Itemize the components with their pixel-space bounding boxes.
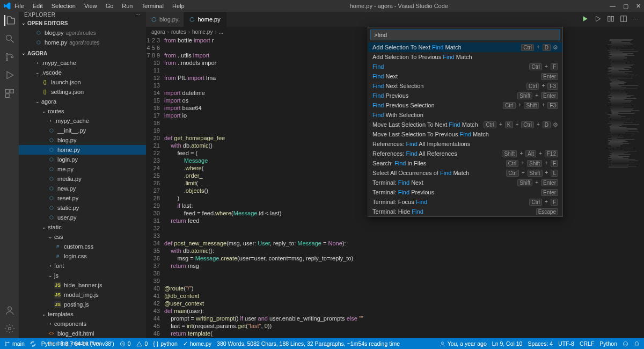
svg-point-3 xyxy=(11,56,13,57)
folder-item[interactable]: ⌄templates xyxy=(19,309,146,319)
folder-item[interactable]: ⌄agora xyxy=(19,97,146,106)
file-item[interactable]: JShide_banner.js xyxy=(19,280,146,290)
command-palette-item[interactable]: Find NextEnter xyxy=(368,71,562,81)
feedback-icon[interactable] xyxy=(623,341,628,347)
folder-item[interactable]: ›.mypy_cache xyxy=(19,58,146,68)
git-branch[interactable]: main xyxy=(4,340,25,347)
open-editor-item[interactable]: ⬡blog.pyagora\routes xyxy=(19,28,146,38)
close-button[interactable]: ✕ xyxy=(636,3,641,10)
command-palette-item[interactable]: Terminal: Hide FindEscape xyxy=(368,207,562,216)
settings-gear-icon[interactable] xyxy=(4,323,15,334)
file-item[interactable]: #custom.css xyxy=(19,242,146,251)
command-palette-item[interactable]: Add Selection To Next Find MatchCtrl+D⚙ xyxy=(368,42,562,52)
language-mode[interactable]: Python xyxy=(599,340,617,347)
command-palette-item[interactable]: Find With Selection xyxy=(368,110,562,120)
source-control-icon[interactable] xyxy=(4,52,15,62)
run-debug-small-icon[interactable] xyxy=(594,15,602,24)
command-palette-item[interactable]: Add Selection To Previous Find Match xyxy=(368,52,562,62)
open-editor-item[interactable]: ⬡home.pyagora\routes xyxy=(19,38,146,47)
more-actions-icon[interactable]: ⋯ xyxy=(633,16,639,23)
word-count[interactable]: 380 Words, 5082 Chars, 188 Lines, 32 Par… xyxy=(217,340,400,347)
file-item[interactable]: ⬡reset.py xyxy=(19,193,146,203)
cursor-position[interactable]: Ln 9, Col 10 xyxy=(492,340,523,347)
menu-go[interactable]: Go xyxy=(102,2,118,10)
split-editor-icon[interactable] xyxy=(620,15,627,24)
command-palette-item[interactable]: Find Next SelectionCtrl+F3 xyxy=(368,81,562,91)
command-palette-item[interactable]: Select All Occurrences of Find MatchCtrl… xyxy=(368,168,562,178)
file-item[interactable]: ⬡me.py xyxy=(19,164,146,174)
command-palette-item[interactable]: References: Find All Implementations xyxy=(368,139,562,149)
sync-button[interactable] xyxy=(30,341,36,347)
gear-icon[interactable]: ⚙ xyxy=(553,44,558,51)
command-palette-item[interactable]: Terminal: Find PreviousEnter xyxy=(368,187,562,197)
file-item[interactable]: <>blog_edit.html xyxy=(19,329,146,338)
encoding[interactable]: UTF-8 xyxy=(558,340,574,347)
command-palette-item[interactable]: Move Last Selection To Next Find MatchCt… xyxy=(368,120,562,129)
search-icon[interactable] xyxy=(4,33,15,44)
file-item[interactable]: ⬡new.py xyxy=(19,184,146,193)
maximize-button[interactable]: ▢ xyxy=(623,3,628,10)
file-item[interactable]: {}settings.json xyxy=(19,87,146,97)
file-item[interactable]: ⬡blog.py xyxy=(19,135,146,145)
folder-item[interactable]: ›.mypy_cache xyxy=(19,116,146,126)
file-item[interactable]: #login.css xyxy=(19,251,146,261)
folder-item[interactable]: ⌄static xyxy=(19,222,146,232)
menu-file[interactable]: File xyxy=(11,2,28,10)
run-debug-icon[interactable] xyxy=(4,70,15,81)
menu-view[interactable]: View xyxy=(80,2,101,10)
file-item[interactable]: ⬡user.py xyxy=(19,213,146,222)
command-palette-item[interactable]: Terminal: Focus FindCtrl+F xyxy=(368,197,562,207)
folder-item[interactable]: ⌄.vscode xyxy=(19,68,146,77)
notifications-icon[interactable] xyxy=(634,341,640,347)
command-palette-input[interactable] xyxy=(370,30,560,40)
file-item[interactable]: ⬡__init__.py xyxy=(19,126,146,135)
command-palette-item[interactable]: FindCtrl+F xyxy=(368,62,562,71)
command-palette-item[interactable]: Find Previous SelectionCtrl+Shift+F3 xyxy=(368,100,562,110)
svg-rect-5 xyxy=(10,90,13,93)
minimize-button[interactable]: — xyxy=(610,3,616,10)
python-env[interactable]: Python 3.8.7 64-bit ('venv38') xyxy=(41,340,114,347)
compare-icon[interactable] xyxy=(607,15,614,24)
folder-item[interactable]: ⌄routes xyxy=(19,106,146,116)
account-icon[interactable] xyxy=(4,305,15,316)
file-item[interactable]: JSposting.js xyxy=(19,300,146,309)
file-item[interactable]: ⬡media.py xyxy=(19,174,146,184)
file-item[interactable]: ⬡home.py xyxy=(19,145,146,155)
editor-tab[interactable]: ⬡blog.py xyxy=(146,12,184,27)
command-palette-item[interactable]: Move Last Selection To Previous Find Mat… xyxy=(368,129,562,139)
file-item[interactable]: ⬡login.py xyxy=(19,155,146,164)
menu-bar: FileEditSelectionViewGoRunTerminalHelp xyxy=(11,2,188,10)
indentation[interactable]: Spaces: 4 xyxy=(528,340,553,347)
folder-item[interactable]: ›components xyxy=(19,319,146,329)
folder-item[interactable]: ⌄js xyxy=(19,271,146,280)
explorer-icon[interactable] xyxy=(4,15,15,26)
git-blame[interactable]: You, a year ago xyxy=(440,340,487,347)
menu-help[interactable]: Help xyxy=(169,2,188,10)
command-palette-item[interactable]: Terminal: Find NextShift+Enter xyxy=(368,178,562,187)
folder-item[interactable]: ›font xyxy=(19,261,146,271)
menu-edit[interactable]: Edit xyxy=(29,2,47,10)
command-palette-item[interactable]: References: Find All ReferencesShift+Alt… xyxy=(368,149,562,158)
file-status[interactable]: ✓ home.py xyxy=(183,340,211,347)
open-editors-section[interactable]: ⌄OPEN EDITORS xyxy=(19,18,146,28)
file-item[interactable]: ⬡static.py xyxy=(19,203,146,213)
context[interactable]: { } python xyxy=(153,340,177,347)
run-icon[interactable] xyxy=(581,15,589,24)
extensions-icon[interactable] xyxy=(4,88,15,99)
svg-point-16 xyxy=(441,341,443,344)
command-palette-item[interactable]: Find PreviousShift+Enter xyxy=(368,91,562,100)
command-palette-item[interactable]: Search: Find in FilesCtrl+Shift+F xyxy=(368,158,562,168)
eol[interactable]: CRLF xyxy=(580,340,594,347)
menu-terminal[interactable]: Terminal xyxy=(138,2,168,10)
svg-point-14 xyxy=(8,341,9,343)
file-item[interactable]: {}launch.json xyxy=(19,77,146,87)
menu-run[interactable]: Run xyxy=(118,2,136,10)
project-section[interactable]: ⌄AGORA xyxy=(19,48,146,58)
file-item[interactable]: JSmodal_img.js xyxy=(19,290,146,300)
menu-selection[interactable]: Selection xyxy=(48,2,79,10)
minimap[interactable] xyxy=(606,37,644,338)
problems[interactable]: 0 0 xyxy=(120,340,148,347)
editor-tab[interactable]: ⬡home.py xyxy=(184,12,226,27)
gear-icon[interactable]: ⚙ xyxy=(553,121,558,128)
folder-item[interactable]: ⌄css xyxy=(19,232,146,242)
